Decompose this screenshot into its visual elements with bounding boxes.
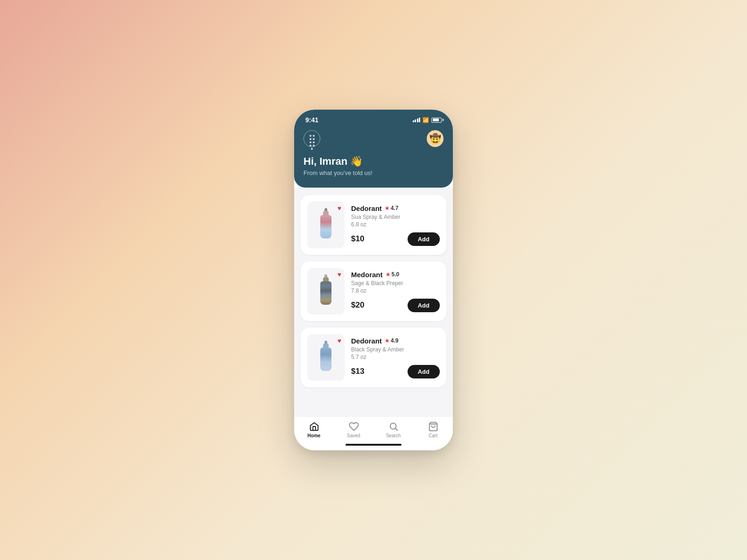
- product-price-3: $13: [351, 367, 364, 376]
- product-size-3: 5.7 oz: [351, 354, 440, 360]
- home-bar: [345, 444, 402, 446]
- table-row: ♥ Medorant ★ 5.0 Sage & Black Preper 7.8…: [301, 261, 446, 321]
- product-name-1: Dedorant: [351, 204, 382, 212]
- product-spray-can-1: [319, 209, 332, 241]
- product-size-2: 7.8 oz: [351, 287, 440, 294]
- product-info-2: Medorant ★ 5.0 Sage & Black Preper 7.8 o…: [351, 271, 440, 312]
- nav-label-saved: Saved: [347, 433, 360, 438]
- phone-frame: 9:41 📶 🤠 Hi, Imran 👋 From what you've to…: [294, 110, 453, 450]
- nav-label-search: Search: [386, 433, 401, 438]
- product-name-2: Medorant: [351, 271, 383, 279]
- product-list: ♥ Dedorant ★ 4.7 Sua Spray & Amber 6.8 o…: [294, 188, 453, 416]
- table-row: ♥ Dedorant ★ 4.7 Sua Spray & Amber 6.8 o…: [301, 195, 446, 255]
- product-image-3: ♥: [307, 334, 345, 381]
- star-icon: ★: [385, 205, 389, 211]
- product-name-row-2: Medorant ★ 5.0: [351, 271, 440, 279]
- product-rating-2: ★ 5.0: [386, 271, 400, 278]
- svg-point-0: [390, 423, 396, 429]
- product-name-row-3: Dedorant ★ 4.9: [351, 337, 440, 345]
- signal-bars-icon: [413, 118, 421, 122]
- bottom-nav: Home Saved Search Cart: [294, 416, 453, 441]
- menu-dots-button[interactable]: [303, 130, 320, 147]
- product-rating-3: ★ 4.9: [385, 337, 399, 344]
- sidebar-item-cart[interactable]: Cart: [419, 421, 447, 438]
- product-image-1: ♥: [307, 202, 345, 248]
- cart-icon: [428, 421, 438, 432]
- product-price-2: $20: [351, 301, 364, 310]
- heart-icon[interactable]: ♥: [338, 205, 341, 211]
- wifi-icon: 📶: [423, 117, 429, 123]
- status-bar: 9:41 📶: [294, 110, 453, 126]
- add-to-cart-button-3[interactable]: Add: [408, 365, 440, 378]
- add-to-cart-button-1[interactable]: Add: [408, 232, 440, 246]
- table-row: ♥ Dedorant ★ 4.9 Black Spray & Amber 5.7…: [301, 328, 446, 387]
- header-top: 🤠: [303, 130, 444, 147]
- product-size-1: 6.8 oz: [351, 221, 440, 228]
- product-desc-2: Sage & Black Preper: [351, 280, 440, 287]
- status-time: 9:41: [305, 116, 318, 124]
- product-price-1: $10: [351, 234, 364, 244]
- heart-icon[interactable]: ♥: [338, 337, 341, 344]
- home-icon: [309, 421, 319, 432]
- product-image-2: ♥: [307, 268, 345, 315]
- heart-icon[interactable]: ♥: [338, 271, 341, 278]
- nav-label-cart: Cart: [429, 433, 437, 438]
- star-icon: ★: [386, 272, 390, 278]
- search-nav-icon: [388, 421, 399, 432]
- greeting-title: Hi, Imran 👋: [303, 155, 444, 168]
- product-name-3: Dedorant: [351, 337, 382, 345]
- home-indicator: [294, 441, 453, 450]
- greeting-subtitle: From what you've told us!: [303, 169, 444, 176]
- battery-icon: [431, 118, 442, 123]
- product-info-1: Dedorant ★ 4.7 Sua Spray & Amber 6.8 oz …: [351, 204, 440, 246]
- product-footer-3: $13 Add: [351, 365, 440, 378]
- product-desc-3: Black Spray & Amber: [351, 346, 440, 353]
- product-spray-can-2: [319, 275, 332, 307]
- sidebar-item-search[interactable]: Search: [380, 421, 408, 438]
- product-desc-1: Sua Spray & Amber: [351, 214, 440, 220]
- star-icon: ★: [385, 338, 389, 344]
- sidebar-item-saved[interactable]: Saved: [340, 421, 368, 438]
- heart-nav-icon: [349, 421, 359, 432]
- nav-label-home: Home: [308, 433, 321, 438]
- product-footer-1: $10 Add: [351, 232, 440, 246]
- sidebar-item-home[interactable]: Home: [300, 421, 328, 438]
- product-rating-1: ★ 4.7: [385, 205, 399, 211]
- product-info-3: Dedorant ★ 4.9 Black Spray & Amber 5.7 o…: [351, 337, 440, 378]
- product-footer-2: $20 Add: [351, 299, 440, 312]
- svg-line-1: [395, 428, 397, 430]
- product-spray-can-3: [319, 342, 332, 373]
- avatar[interactable]: 🤠: [427, 130, 444, 147]
- add-to-cart-button-2[interactable]: Add: [408, 299, 440, 312]
- header: 🤠 Hi, Imran 👋 From what you've told us!: [294, 126, 453, 188]
- product-name-row-1: Dedorant ★ 4.7: [351, 204, 440, 212]
- status-icons: 📶: [413, 117, 442, 123]
